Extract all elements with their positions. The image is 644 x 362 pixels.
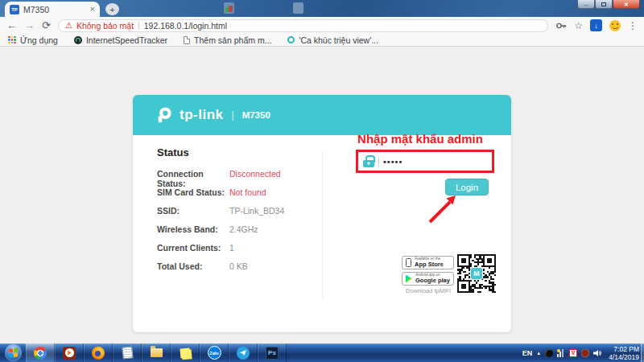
tab-close-icon[interactable]: × xyxy=(90,5,95,14)
phone-icon xyxy=(406,258,411,267)
column-divider xyxy=(322,151,323,298)
security-warning-text[interactable]: Không bảo mật xyxy=(76,21,134,31)
password-input[interactable]: ••••• xyxy=(383,157,402,167)
status-value: Disconnected xyxy=(229,169,281,179)
close-button[interactable]: ✕ xyxy=(613,0,640,9)
clock-date: 4/14/2019 xyxy=(609,353,639,361)
vietkey-tray-icon[interactable]: V xyxy=(569,349,577,357)
notepad-icon xyxy=(122,346,133,359)
status-label: Total Used: xyxy=(157,261,229,271)
taskbar: Zalo Ps EN ▲ V 7:02 PM 4/14/2019 xyxy=(0,343,644,362)
language-indicator[interactable]: EN xyxy=(522,349,533,357)
minimize-button[interactable]: – xyxy=(577,0,595,9)
tray-expand-icon[interactable]: ▲ xyxy=(536,351,541,356)
taskbar-notepad[interactable] xyxy=(113,343,142,362)
reload-icon[interactable]: ⟳ xyxy=(42,20,51,31)
zalo-icon: Zalo xyxy=(208,346,221,360)
login-card: tp-link | M7350 Status Connection Status… xyxy=(133,95,511,332)
status-value: 2.4GHz xyxy=(229,224,258,234)
browser-menu-icon[interactable]: ⋮ xyxy=(628,20,638,31)
tray-app-icon[interactable] xyxy=(545,349,553,357)
clock-time: 7:02 PM xyxy=(609,345,639,353)
page-content: tp-link | M7350 Status Connection Status… xyxy=(0,47,644,343)
security-warning-icon[interactable]: ⚠ xyxy=(65,22,72,30)
bookmark-apps[interactable]: Ứng dụng xyxy=(8,35,58,45)
start-button[interactable] xyxy=(0,343,26,362)
brand-name: tp-link xyxy=(180,107,224,123)
apps-grid-icon xyxy=(8,36,16,44)
back-icon[interactable]: ← xyxy=(6,20,17,31)
smiley-extension-icon[interactable] xyxy=(609,20,621,31)
clock[interactable]: 7:02 PM 4/14/2019 xyxy=(609,345,639,361)
forward-icon[interactable]: → xyxy=(24,20,35,31)
address-bar[interactable]: ⚠ Không bảo mật | 192.168.0.1/login.html xyxy=(58,19,548,32)
volume-icon[interactable] xyxy=(593,349,601,357)
appstore-badge[interactable]: Available on the App Store xyxy=(402,256,454,269)
card-header: tp-link | M7350 xyxy=(133,95,511,135)
status-label: Current Clients: xyxy=(157,243,229,253)
status-value: 1 xyxy=(229,243,234,253)
status-panel: Connection Status: Disconnected SIM Card… xyxy=(157,169,314,280)
bookmarks-bar: Ứng dụng InternetSpeedTracker Thêm sản p… xyxy=(0,34,644,47)
tplink-favicon: TP xyxy=(10,5,19,14)
ring-icon xyxy=(287,36,295,43)
browser-tab[interactable]: TP M7350 × xyxy=(5,2,100,17)
network-signal-icon[interactable] xyxy=(557,349,565,357)
bookmark-label: InternetSpeedTracker xyxy=(86,35,167,45)
folder-icon xyxy=(151,348,163,357)
input-divider xyxy=(378,156,379,167)
googleplay-badge[interactable]: Android app on Google play xyxy=(402,272,454,286)
chrome-icon xyxy=(34,347,47,360)
document-icon xyxy=(184,36,190,44)
status-row: Connection Status: Disconnected xyxy=(157,169,314,180)
tray-app-icon[interactable] xyxy=(581,349,589,357)
taskbar-zalo[interactable]: Zalo xyxy=(200,343,229,362)
status-label: Connection Status: xyxy=(157,169,229,188)
status-value: Not found xyxy=(229,187,266,197)
desktop-peek-icon xyxy=(293,2,303,14)
url-separator: | xyxy=(138,21,140,30)
taskbar-media-player[interactable] xyxy=(55,343,84,362)
status-label: SSID: xyxy=(157,206,229,216)
taskbar-photoshop[interactable]: Ps xyxy=(258,343,287,362)
status-label: SIM Card Status: xyxy=(157,187,229,197)
download-extension-icon[interactable]: ↓ xyxy=(590,19,602,31)
maximize-icon xyxy=(601,2,606,6)
annotation-text: Nhập mật khẩu admin xyxy=(344,132,497,146)
window-titlebar: TP M7350 × + – ✕ xyxy=(0,0,644,17)
bookmark-speedtracker[interactable]: InternetSpeedTracker xyxy=(74,35,167,45)
new-tab-button[interactable]: + xyxy=(105,3,119,15)
system-tray: EN ▲ V 7:02 PM 4/14/2019 xyxy=(522,343,639,362)
telegram-icon xyxy=(237,347,250,360)
windows-orb-icon xyxy=(5,344,22,361)
url-text[interactable]: 192.168.0.1/login.html xyxy=(144,21,227,31)
status-value: 0 KB xyxy=(229,261,248,271)
status-heading: Status xyxy=(157,146,189,158)
desktop-peek-icon xyxy=(224,2,234,14)
screen: TP M7350 × + – ✕ ← → ⟳ ⚠ Không bảo mật |… xyxy=(0,0,644,362)
annotation-arrow xyxy=(417,187,467,228)
browser-toolbar: ← → ⟳ ⚠ Không bảo mật | 192.168.0.1/logi… xyxy=(0,17,644,34)
status-row: Current Clients: 1 xyxy=(157,243,314,254)
lock-icon xyxy=(363,155,374,167)
media-player-icon xyxy=(63,347,76,360)
speedtracker-icon xyxy=(74,36,82,44)
taskbar-sticky-notes[interactable] xyxy=(171,343,200,362)
bookmark-product[interactable]: Thêm sản phẩm m... xyxy=(184,35,271,45)
bookmark-music[interactable]: 'Ca khúc triệu view'... xyxy=(287,35,378,45)
status-value: TP-Link_BD34 xyxy=(229,206,284,216)
taskbar-firefox[interactable] xyxy=(84,343,113,362)
photoshop-icon: Ps xyxy=(266,347,279,360)
tplink-logo-icon xyxy=(155,106,173,124)
taskbar-chrome[interactable] xyxy=(26,343,55,362)
gplay-line2: Google play xyxy=(415,278,450,284)
model-name: M7350 xyxy=(242,110,270,120)
bookmark-star-icon[interactable]: ☆ xyxy=(574,21,583,31)
show-desktop-button[interactable] xyxy=(641,343,644,362)
taskbar-telegram[interactable] xyxy=(229,343,258,362)
status-row: Wireless Band: 2.4GHz xyxy=(157,224,314,236)
appstore-line2: App Store xyxy=(415,261,444,268)
password-key-icon[interactable] xyxy=(555,20,567,31)
maximize-button[interactable] xyxy=(595,0,613,9)
taskbar-explorer[interactable] xyxy=(142,343,171,362)
